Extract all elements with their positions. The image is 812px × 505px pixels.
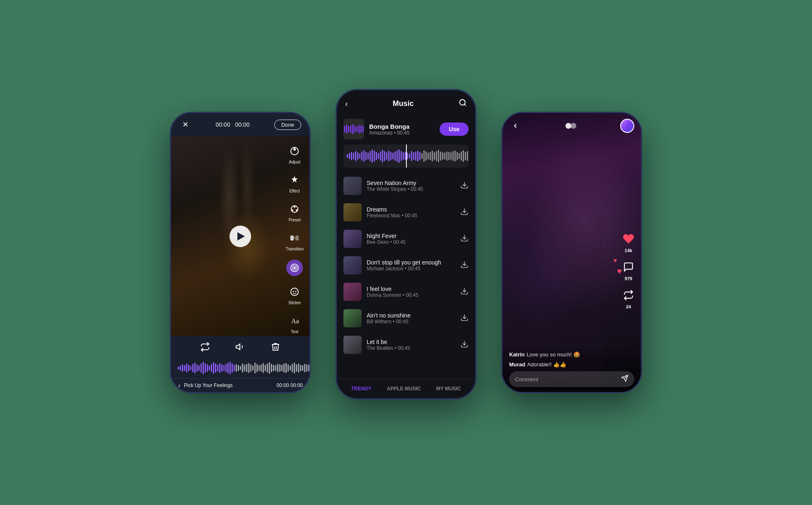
waveform-cursor	[406, 144, 407, 168]
music-waveform[interactable]	[343, 144, 469, 168]
sticker-label: Sticker	[288, 301, 301, 305]
track-info: Let it beThe Beatles • 00:45	[367, 339, 455, 351]
comment-icon	[621, 260, 636, 274]
comment-1-body: Love you so much! 🤩	[527, 351, 580, 358]
toolbar-effect[interactable]: Effect	[285, 169, 304, 197]
download-icon[interactable]	[460, 313, 469, 324]
timer-start: 00:00	[215, 121, 230, 128]
phones-container: ✕ 00:00 00:00 Done	[0, 0, 812, 505]
play-icon	[237, 232, 245, 240]
toolbar-sticker[interactable]: Sticker	[285, 281, 304, 308]
svg-point-1	[293, 148, 296, 151]
timer-end: 00:00	[235, 121, 249, 128]
music-footer-left: ♪ Pick Up Your Feelings	[178, 382, 232, 389]
toolbar-text[interactable]: Aa Text	[285, 310, 304, 336]
delete-icon[interactable]	[269, 340, 282, 354]
download-icon[interactable]	[460, 234, 469, 244]
track-title: Let it be	[367, 339, 455, 345]
comment-input[interactable]: Comment	[509, 371, 634, 387]
featured-track: Bonga Bonga Amazonas • 00:45 Use	[337, 114, 475, 144]
track-title: Ain't no sunshine	[367, 312, 455, 319]
back-button[interactable]: ‹	[345, 99, 348, 108]
download-icon[interactable]	[460, 260, 469, 271]
music-note-icon: ♪	[178, 382, 181, 389]
toolbar-preset[interactable]: Preset	[285, 198, 304, 226]
download-icon[interactable]	[460, 181, 469, 191]
track-cover	[343, 309, 362, 327]
featured-waveform	[343, 123, 364, 135]
track-info: DreamsFleetwood Mac • 00:45	[367, 206, 455, 219]
music-tabs: TRENDY APPLE MUSIC MY MUSIC	[337, 379, 475, 398]
repeat-icon[interactable]	[198, 340, 212, 354]
close-button[interactable]: ✕	[179, 119, 191, 130]
track-info: I feel loveDonna Summer • 00:45	[367, 286, 455, 298]
shares-count: 24	[626, 304, 631, 309]
likes-count: 14k	[625, 248, 632, 253]
volume-icon[interactable]	[234, 340, 247, 354]
adjust-icon	[287, 144, 302, 159]
track-info: Don't stop till you get enoughMichael Ja…	[367, 259, 455, 272]
download-icon[interactable]	[460, 207, 469, 218]
music-footer-timer: 00:00 00:00	[277, 382, 303, 388]
svg-text:Aa: Aa	[291, 317, 299, 325]
floating-heart-2: ♥	[614, 257, 617, 264]
user-avatar[interactable]	[620, 119, 634, 133]
track-cover	[343, 230, 362, 248]
track-item[interactable]: Night FeverBee Gees • 00:45	[337, 226, 475, 252]
svg-point-14	[293, 291, 294, 292]
svg-point-6	[296, 209, 297, 211]
share-action[interactable]: 24	[621, 288, 636, 309]
transition-label: Transition	[285, 247, 304, 251]
music-footer: ♪ Pick Up Your Feelings 00:00 00:00	[171, 378, 309, 392]
send-icon[interactable]	[621, 375, 628, 384]
comment-2-author: Murad	[509, 361, 525, 368]
sticker-icon	[287, 284, 302, 299]
tab-trendy[interactable]: TRENDY	[348, 384, 375, 393]
comment-action[interactable]: 979	[621, 260, 636, 281]
svg-point-13	[291, 288, 298, 296]
music-icon	[286, 260, 303, 276]
search-button[interactable]	[459, 99, 467, 109]
effect-icon	[287, 173, 302, 188]
like-action[interactable]: 14k	[621, 231, 636, 253]
comment-1-author: Katrin	[509, 351, 525, 358]
editor-bottom: ♪ Pick Up Your Feelings 00:00 00:00	[171, 336, 309, 392]
text-label: Text	[291, 329, 298, 334]
preset-icon	[287, 202, 302, 216]
tab-my-music[interactable]: MY MUSIC	[433, 384, 464, 393]
track-meta: Bill Withers • 00:45	[367, 319, 455, 325]
phone-social: ♥ ♥	[501, 112, 642, 393]
toolbar-adjust[interactable]: Adjust	[285, 140, 304, 168]
editor-timer: 00:00 00:00	[215, 121, 249, 128]
toolbar-transition[interactable]: Transition	[283, 227, 306, 255]
social-back-button[interactable]	[509, 120, 522, 132]
svg-rect-8	[295, 236, 299, 240]
music-screen-title: Music	[393, 99, 414, 108]
play-button[interactable]	[230, 226, 251, 247]
footer-timer2: 00:00	[290, 382, 303, 388]
phone-editor: ✕ 00:00 00:00 Done	[170, 112, 311, 393]
tab-apple-music[interactable]: APPLE MUSIC	[384, 384, 424, 393]
track-item[interactable]: Seven Nation ArmyThe White Stripes • 00:…	[337, 173, 475, 199]
toolbar-music[interactable]	[284, 256, 305, 279]
featured-title: Bonga Bonga	[369, 123, 435, 130]
svg-marker-19	[236, 344, 240, 350]
track-info: Seven Nation ArmyThe White Stripes • 00:…	[367, 180, 455, 192]
track-item[interactable]: Don't stop till you get enoughMichael Ja…	[337, 252, 475, 279]
track-meta: Bee Gees • 00:45	[367, 239, 455, 245]
download-icon[interactable]	[460, 287, 469, 297]
use-button[interactable]: Use	[440, 123, 469, 136]
track-item[interactable]: Ain't no sunshineBill Withers • 00:45	[337, 305, 475, 332]
adjust-label: Adjust	[289, 160, 300, 164]
svg-line-21	[464, 104, 466, 106]
track-item[interactable]: Let it beThe Beatles • 00:45	[337, 332, 475, 358]
svg-point-4	[294, 206, 295, 208]
done-button[interactable]: Done	[274, 120, 301, 130]
download-icon[interactable]	[460, 340, 469, 350]
track-meta: Michael Jackson • 00:45	[367, 266, 455, 272]
track-title: I feel love	[367, 286, 455, 292]
social-bottom: Katrin Love you so much! 🤩 Murad Adorabl…	[503, 346, 641, 392]
track-item[interactable]: I feel loveDonna Summer • 00:45	[337, 279, 475, 305]
track-item[interactable]: DreamsFleetwood Mac • 00:45	[337, 199, 475, 226]
heart-icon	[621, 231, 636, 246]
